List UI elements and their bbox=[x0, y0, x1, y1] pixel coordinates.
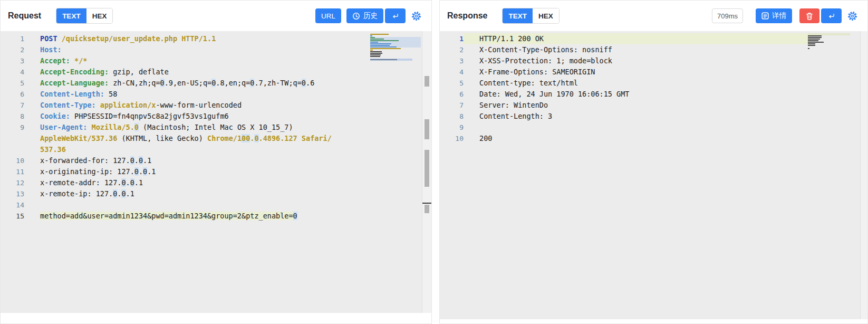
tab-response-hex[interactable]: HEX bbox=[533, 8, 559, 23]
line-content: method=add&user=admin1234&pwd=admin1234&… bbox=[24, 211, 297, 222]
line-number: 4 bbox=[440, 66, 464, 78]
request-scrollbar-ruler[interactable] bbox=[422, 31, 431, 313]
tab-response-text[interactable]: TEXT bbox=[503, 8, 533, 23]
code-line: 6Date: Wed, 24 Jun 1970 16:06:15 GMT bbox=[440, 89, 867, 100]
line-content: x-remote-ip: 127.0.0.1 bbox=[24, 188, 134, 199]
line-content: x-forwarded-for: 127.0.0.1 bbox=[24, 155, 151, 166]
ruler-mark bbox=[425, 76, 429, 87]
http-packet-view: Request TEXT HEX URL 历史 bbox=[0, 0, 868, 324]
latency-badge: 709ms bbox=[712, 8, 743, 23]
line-number: 13 bbox=[1, 188, 24, 199]
line-number: 15 bbox=[1, 211, 24, 222]
response-panel: Response TEXT HEX 709ms 详情 bbox=[439, 0, 868, 324]
code-line: 11x-originating-ip: 127.0.0.1 bbox=[1, 166, 431, 177]
line-number: 3 bbox=[440, 55, 464, 66]
request-text-hex-toggle: TEXT HEX bbox=[56, 8, 113, 24]
line-content: Accept-Language: zh-CN,zh;q=0.9,en-US;q=… bbox=[24, 78, 314, 89]
line-content: X-Frame-Options: SAMEORIGIN bbox=[464, 66, 595, 78]
response-settings-gear-icon[interactable] bbox=[847, 11, 858, 22]
line-content: Accept: */* bbox=[24, 55, 87, 66]
line-number: 8 bbox=[440, 111, 464, 122]
line-content: HTTP/1.1 200 OK bbox=[464, 33, 809, 44]
tab-request-text[interactable]: TEXT bbox=[56, 8, 86, 23]
trash-icon bbox=[806, 12, 813, 20]
response-header: Response TEXT HEX 709ms 详情 bbox=[440, 1, 867, 31]
line-number: 6 bbox=[440, 89, 464, 100]
line-content bbox=[464, 122, 479, 133]
code-line: 6Content-Length: 58 bbox=[1, 89, 431, 100]
line-content: User-Agent: Mozilla/5.0 (Macintosh; Inte… bbox=[24, 122, 293, 133]
history-button[interactable]: 历史 bbox=[346, 8, 383, 23]
line-number: 6 bbox=[1, 89, 24, 100]
line-number bbox=[1, 144, 24, 155]
code-line: 3Accept: */* bbox=[1, 55, 431, 66]
line-content: X-XSS-Protection: 1; mode=block bbox=[464, 55, 612, 66]
line-content: Date: Wed, 24 Jun 1970 16:06:15 GMT bbox=[464, 89, 629, 100]
line-number: 5 bbox=[1, 78, 24, 89]
response-title: Response bbox=[447, 11, 487, 21]
line-number: 9 bbox=[1, 122, 24, 133]
code-line: 1HTTP/1.1 200 OK bbox=[440, 33, 867, 44]
response-text-hex-toggle: TEXT HEX bbox=[502, 8, 559, 24]
details-button[interactable]: 详情 bbox=[756, 8, 792, 23]
line-number: 14 bbox=[1, 199, 24, 211]
ruler-mark bbox=[425, 150, 429, 187]
line-content: Cookie: PHPSESSID=fn4qnpv5c8a2jgvf53vs1g… bbox=[24, 111, 229, 122]
request-panel: Request TEXT HEX URL 历史 bbox=[0, 0, 432, 324]
code-line: 10200 bbox=[440, 133, 867, 144]
code-line: 537.36 bbox=[1, 144, 431, 155]
line-number: 12 bbox=[1, 177, 24, 188]
line-content: AppleWebKit/537.36 (KHTML, like Gecko) C… bbox=[24, 133, 332, 144]
line-number: 8 bbox=[1, 111, 24, 122]
line-content: X-Content-Type-Options: nosniff bbox=[464, 44, 612, 55]
delete-button[interactable] bbox=[799, 8, 819, 23]
line-content: Content-type: text/html bbox=[464, 78, 578, 89]
code-line: 4X-Frame-Options: SAMEORIGIN bbox=[440, 66, 867, 78]
line-content: 200 bbox=[464, 133, 492, 144]
line-content: POST /quicksetup/user_update.php HTTP/1.… bbox=[24, 33, 216, 44]
line-content: Accept-Encoding: gzip, deflate bbox=[24, 66, 169, 78]
url-button[interactable]: URL bbox=[315, 8, 341, 23]
line-number bbox=[1, 133, 24, 144]
request-settings-gear-icon[interactable] bbox=[411, 11, 422, 22]
line-content: x-remote-addr: 127.0.0.1 bbox=[24, 177, 143, 188]
line-content: Host: bbox=[24, 44, 62, 55]
send-enter-button[interactable] bbox=[821, 8, 842, 23]
response-scrollbar-ruler[interactable] bbox=[860, 31, 867, 319]
request-minimap[interactable] bbox=[370, 34, 421, 61]
code-line: 3X-XSS-Protection: 1; mode=block bbox=[440, 55, 867, 66]
code-line: 4Accept-Encoding: gzip, deflate bbox=[1, 66, 431, 78]
code-line: 2X-Content-Type-Options: nosniff bbox=[440, 44, 867, 55]
line-number: 10 bbox=[440, 133, 464, 144]
response-minimap[interactable] bbox=[808, 34, 859, 50]
line-number: 2 bbox=[1, 44, 24, 55]
line-content: Server: WintenDo bbox=[464, 100, 548, 111]
tab-request-hex[interactable]: HEX bbox=[86, 8, 113, 23]
response-editor[interactable]: 1HTTP/1.1 200 OK2X-Content-Type-Options:… bbox=[440, 31, 867, 319]
details-icon bbox=[761, 12, 769, 20]
line-number: 1 bbox=[1, 33, 24, 44]
request-code: 1POST /quicksetup/user_update.php HTTP/1… bbox=[1, 33, 431, 222]
code-line: 15method=add&user=admin1234&pwd=admin123… bbox=[1, 211, 431, 222]
request-title: Request bbox=[8, 11, 41, 21]
code-line: 10x-forwarded-for: 127.0.0.1 bbox=[1, 155, 431, 166]
code-line: 13x-remote-ip: 127.0.0.1 bbox=[1, 188, 431, 199]
line-content: Content-Length: 3 bbox=[464, 111, 552, 122]
code-line: 7Content-Type: application/x-www-form-ur… bbox=[1, 100, 431, 111]
code-line: 14 bbox=[1, 199, 431, 211]
line-number: 5 bbox=[440, 78, 464, 89]
code-line: 9 bbox=[440, 122, 867, 133]
send-enter-button[interactable] bbox=[385, 8, 406, 23]
request-header: Request TEXT HEX URL 历史 bbox=[1, 1, 431, 31]
line-content: 537.36 bbox=[24, 144, 66, 155]
line-content bbox=[24, 199, 40, 211]
code-line: 5Content-type: text/html bbox=[440, 78, 867, 89]
request-editor[interactable]: 1POST /quicksetup/user_update.php HTTP/1… bbox=[1, 31, 431, 313]
code-line: 7Server: WintenDo bbox=[440, 100, 867, 111]
line-number: 7 bbox=[1, 100, 24, 111]
line-content: Content-Length: 58 bbox=[24, 89, 117, 100]
line-number: 7 bbox=[440, 100, 464, 111]
line-number: 1 bbox=[440, 33, 464, 44]
ruler-cursor-mark bbox=[422, 203, 431, 204]
code-line: 5Accept-Language: zh-CN,zh;q=0.9,en-US;q… bbox=[1, 78, 431, 89]
